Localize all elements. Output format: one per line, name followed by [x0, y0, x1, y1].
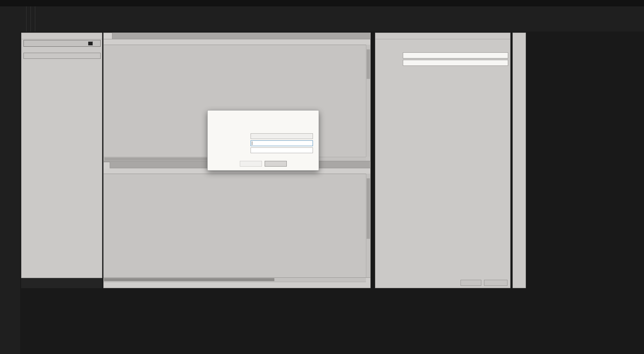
name-on-drawing-field[interactable]: [251, 147, 313, 153]
menubar: [0, 0, 644, 6]
tab-rooms-office[interactable]: [103, 162, 110, 168]
ribbon-group-view: [31, 6, 35, 32]
ribbon-group-room-name: [22, 6, 26, 32]
save-button[interactable]: [484, 280, 507, 286]
horizontal-scrollbar[interactable]: [104, 278, 366, 282]
rooms-status-bar: [103, 277, 371, 288]
undo-button[interactable]: [461, 280, 481, 286]
scroll-up-icon[interactable]: [366, 45, 370, 49]
app-window: [0, 0, 644, 354]
ribbon-group-room-name-description: [26, 6, 31, 32]
add-room-name-description-dialog: [207, 110, 319, 171]
close-icon[interactable]: [503, 34, 508, 38]
report-icon[interactable]: [366, 282, 369, 287]
bottom-search-bar[interactable]: [21, 278, 102, 288]
scrollbar-thumb[interactable]: [104, 278, 274, 281]
room-name-icon: [379, 42, 391, 53]
left-rail: [0, 6, 20, 354]
pin-icon[interactable]: [95, 34, 100, 38]
name-on-drawing-field[interactable]: [403, 60, 508, 66]
room-name-field[interactable]: [251, 133, 313, 139]
navigation-pane: [21, 33, 102, 278]
room-names-header: [104, 39, 370, 45]
search-box[interactable]: [23, 40, 101, 47]
scroll-down-icon[interactable]: [366, 153, 370, 157]
pin-icon[interactable]: [499, 34, 503, 38]
scrollbar-thumb[interactable]: [367, 178, 370, 239]
room-name-description-field[interactable]: [251, 140, 313, 146]
add-filter-button[interactable]: [23, 53, 101, 59]
room-name-icon: [216, 117, 226, 127]
navigation-pane-title: [21, 33, 102, 39]
vertical-scrollbar[interactable]: [366, 174, 370, 277]
name-field[interactable]: [403, 52, 508, 58]
text-cursor: [252, 141, 252, 145]
properties-title: [375, 33, 510, 39]
scroll-up-icon[interactable]: [366, 174, 370, 178]
vertical-scrollbar[interactable]: [366, 45, 370, 157]
right-icon-strip: [513, 33, 526, 288]
ribbon: [0, 6, 644, 32]
cancel-button[interactable]: [265, 161, 287, 167]
scrollbar-thumb[interactable]: [367, 49, 370, 79]
ok-button[interactable]: [240, 161, 262, 167]
tab-room-names[interactable]: [103, 33, 112, 39]
rooms-table: [103, 168, 371, 277]
properties-pane: [375, 33, 511, 288]
chevron-down-icon[interactable]: [88, 42, 93, 45]
report-icon[interactable]: [367, 272, 370, 276]
